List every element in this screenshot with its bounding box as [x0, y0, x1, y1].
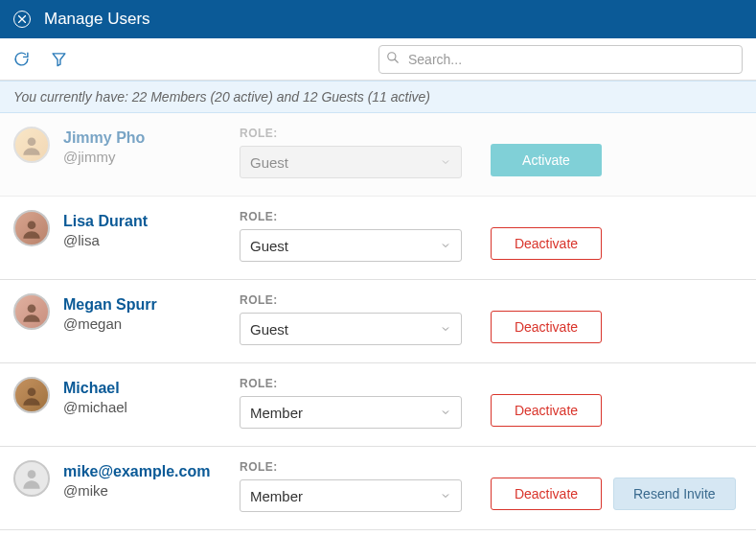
deactivate-button[interactable]: Deactivate [491, 394, 602, 427]
svg-point-5 [28, 304, 36, 313]
chevron-down-icon [440, 154, 451, 171]
role-block: ROLE:Member [240, 377, 462, 429]
svg-point-6 [28, 387, 36, 396]
avatar [13, 210, 50, 246]
toolbar [0, 38, 756, 81]
role-select[interactable]: Guest [240, 229, 462, 262]
user-name[interactable]: Michael [63, 379, 226, 397]
role-block: ROLE:Guest [240, 127, 462, 178]
user-handle: @megan [63, 315, 226, 332]
user-info: Jimmy Pho@jimmy [63, 127, 226, 165]
user-info: Lisa Durant@lisa [63, 210, 226, 248]
user-handle: @mike [63, 482, 226, 499]
user-row: Michael@michaelROLE:MemberDeactivate [0, 363, 756, 447]
user-handle: @michael [63, 399, 226, 415]
resend-invite-button[interactable]: Resend Invite [613, 478, 736, 510]
header: Manage Users [0, 0, 756, 38]
user-name[interactable]: mike@example.com [63, 462, 226, 480]
svg-line-2 [395, 58, 399, 62]
chevron-down-icon [440, 238, 451, 254]
avatar [13, 460, 50, 497]
activate-button[interactable]: Activate [491, 144, 602, 176]
close-icon[interactable] [13, 11, 31, 28]
avatar [13, 127, 50, 163]
role-value: Member [250, 488, 303, 504]
role-label: ROLE: [240, 460, 462, 474]
svg-point-4 [28, 221, 36, 229]
search-wrap [378, 45, 743, 74]
svg-point-7 [28, 470, 36, 478]
user-row: Lisa Durant@lisaROLE:GuestDeactivate [0, 197, 756, 280]
user-info: mike@example.com@mike [63, 460, 226, 499]
user-handle: @lisa [63, 232, 226, 248]
chevron-down-icon [440, 488, 451, 504]
user-info: Megan Spurr@megan [63, 293, 226, 332]
user-info: Michael@michael [63, 377, 226, 415]
role-value: Guest [250, 238, 288, 254]
summary-text: You currently have: 22 Members (20 activ… [13, 89, 430, 105]
role-select[interactable]: Member [240, 479, 462, 512]
role-label: ROLE: [240, 293, 462, 307]
user-list: Jimmy Pho@jimmyROLE:GuestActivateLisa Du… [0, 113, 756, 530]
user-name[interactable]: Megan Spurr [63, 295, 226, 314]
deactivate-button[interactable]: Deactivate [491, 227, 602, 260]
actions: Deactivate [491, 293, 602, 343]
svg-point-3 [28, 137, 36, 146]
user-name[interactable]: Lisa Durant [63, 212, 226, 230]
actions: DeactivateResend Invite [491, 460, 736, 510]
user-name[interactable]: Jimmy Pho [63, 128, 226, 147]
role-value: Guest [250, 154, 288, 171]
actions: Activate [491, 127, 602, 176]
role-select[interactable]: Member [240, 396, 462, 429]
search-icon [386, 51, 400, 68]
user-row: Jimmy Pho@jimmyROLE:GuestActivate [0, 113, 756, 197]
summary-bar: You currently have: 22 Members (20 activ… [0, 81, 756, 113]
avatar [13, 293, 50, 330]
chevron-down-icon [440, 405, 451, 421]
user-row: Megan Spurr@meganROLE:GuestDeactivate [0, 280, 756, 363]
role-block: ROLE:Member [240, 460, 462, 512]
search-input[interactable] [378, 45, 743, 74]
actions: Deactivate [491, 210, 602, 260]
role-block: ROLE:Guest [240, 293, 462, 345]
role-label: ROLE: [240, 377, 462, 390]
role-value: Member [250, 405, 303, 421]
role-block: ROLE:Guest [240, 210, 462, 262]
role-select[interactable]: Guest [240, 313, 462, 345]
user-row: mike@example.com@mikeROLE:MemberDeactiva… [0, 447, 756, 530]
user-handle: @jimmy [63, 149, 226, 165]
svg-marker-0 [53, 54, 65, 66]
avatar [13, 377, 50, 413]
filter-icon[interactable] [51, 51, 67, 67]
refresh-icon[interactable] [13, 51, 30, 67]
role-label: ROLE: [240, 127, 462, 140]
actions: Deactivate [491, 377, 602, 427]
page-title: Manage Users [44, 10, 150, 29]
role-select: Guest [240, 146, 462, 178]
chevron-down-icon [440, 321, 451, 338]
deactivate-button[interactable]: Deactivate [491, 311, 602, 343]
role-value: Guest [250, 321, 288, 338]
deactivate-button[interactable]: Deactivate [491, 478, 602, 510]
role-label: ROLE: [240, 210, 462, 223]
